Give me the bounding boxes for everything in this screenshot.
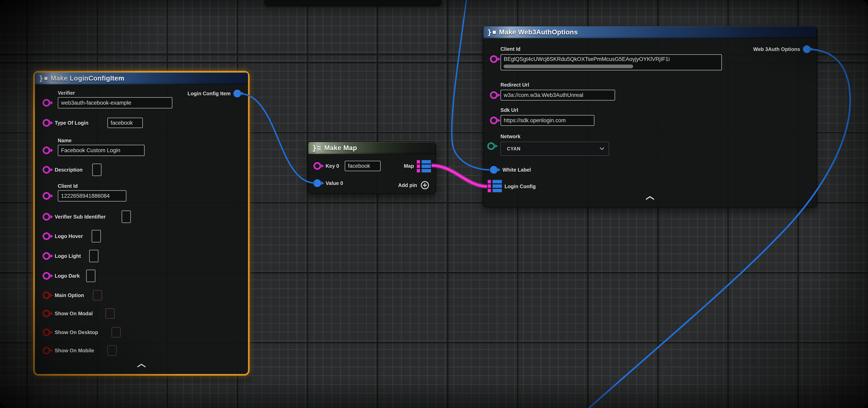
input-pin-value-0[interactable] — [313, 179, 321, 187]
verifier-input[interactable]: web3auth-facebook-example — [58, 97, 173, 108]
graph-canvas[interactable]: } Make LoginConfigItem Login Config Item… — [0, 0, 868, 408]
pin-label-client-id: Client Id — [58, 183, 78, 189]
add-pin-label: Add pin — [398, 182, 417, 188]
verifier-sub-identifier-input[interactable] — [122, 210, 131, 223]
pin-label-name: Name — [58, 138, 71, 143]
input-pin-name[interactable] — [42, 146, 50, 154]
chevron-down-icon — [600, 147, 604, 150]
node-header-make-loginconfigitem[interactable]: } Make LoginConfigItem — [35, 72, 248, 84]
blueprint-editor: } Make LoginConfigItem Login Config Item… — [0, 0, 868, 408]
input-pin-description[interactable] — [42, 166, 50, 174]
node-title: Make LoginConfigItem — [51, 74, 124, 82]
pin-label-logo-dark: Logo Dark — [55, 273, 80, 279]
verifier-value: web3auth-facebook-example — [61, 100, 131, 106]
pin-label-client-id: Client Id — [500, 46, 521, 52]
pin-label-verifier-sub-identifier: Verifier Sub Identifier — [55, 214, 105, 220]
pin-label-login-config-item: Login Config Item — [188, 91, 230, 97]
make-struct-icon: } — [39, 74, 48, 82]
name-input[interactable]: Facebook Custom Login — [58, 145, 145, 156]
key-0-input[interactable]: facebook — [345, 161, 381, 171]
client-id-input[interactable]: BEglQSgt4cUWcj6SKRdu5QkOXTsePmMcusG5EAoy… — [500, 54, 722, 70]
node-title: Make Map — [324, 144, 357, 152]
pin-label-description: Description — [55, 167, 83, 173]
sdk-url-input[interactable]: https://sdk.openlogin.com — [500, 115, 594, 126]
node-make-map[interactable]: }≡ Make Map Key 0 facebook Map Value 0 A… — [308, 142, 436, 194]
pin-label-logo-light: Logo Light — [55, 253, 81, 259]
input-pin-logo-dark[interactable] — [42, 272, 50, 280]
pin-label-show-on-modal: Show On Modal — [55, 311, 93, 316]
pin-label-show-on-desktop: Show On Desktop — [55, 330, 98, 335]
collapse-node-chevron[interactable] — [137, 364, 146, 368]
client-id-value: 1222658941886084 — [61, 193, 110, 199]
pin-label-value-0: Value 0 — [326, 180, 343, 186]
node-header-make-map[interactable]: }≡ Make Map — [308, 142, 436, 154]
input-pin-key-0[interactable] — [313, 162, 321, 170]
node-title: Make Web3AuthOptions — [499, 28, 578, 36]
input-pin-verifier[interactable] — [42, 99, 50, 107]
pin-label-redirect-url: Redirect Url — [500, 82, 529, 88]
pin-label-show-on-mobile: Show On Mobile — [55, 348, 94, 353]
pin-label-verifier: Verifier — [58, 90, 75, 96]
show-on-desktop-checkbox[interactable] — [112, 327, 121, 338]
logo-light-input[interactable] — [89, 250, 98, 262]
offscreen-node-fragment[interactable] — [265, 0, 441, 6]
type-of-login-input[interactable]: facebook — [107, 117, 143, 128]
input-pin-show-on-mobile[interactable] — [42, 347, 50, 354]
collapse-node-chevron[interactable] — [646, 196, 654, 200]
pin-label-main-option: Main Option — [55, 293, 84, 298]
client-id-input[interactable]: 1222658941886084 — [58, 190, 126, 202]
input-pin-verifier-sub-identifier[interactable] — [42, 213, 50, 220]
input-pin-type-of-login[interactable] — [42, 119, 50, 127]
input-pin-show-on-modal[interactable] — [42, 310, 50, 317]
add-pin-button[interactable] — [420, 180, 430, 190]
make-struct-icon: } — [487, 28, 496, 36]
output-pin-map[interactable] — [417, 160, 431, 173]
node-header-make-web3authoptions[interactable]: } Make Web3AuthOptions — [483, 26, 817, 38]
input-pin-sdk-url[interactable] — [490, 116, 498, 124]
input-pin-logo-light[interactable] — [42, 252, 50, 260]
pin-label-network: Network — [500, 134, 521, 139]
pin-label-white-label: White Label — [502, 167, 531, 173]
main-option-checkbox[interactable] — [93, 290, 102, 301]
redirect-url-input[interactable]: w3a://com.w3a.Web3AuthUnreal — [500, 90, 615, 101]
network-dropdown[interactable]: CYAN — [500, 142, 609, 156]
input-pin-white-label[interactable] — [490, 166, 498, 174]
input-pin-show-on-desktop[interactable] — [42, 329, 50, 336]
input-pin-login-config[interactable] — [488, 180, 502, 193]
pin-label-sdk-url: Sdk Url — [500, 107, 518, 113]
input-pin-client-id[interactable] — [490, 55, 498, 63]
pin-label-web3auth-options: Web 3Auth Options — [753, 46, 800, 52]
logo-dark-input[interactable] — [86, 270, 95, 282]
network-value: CYAN — [507, 146, 521, 151]
node-make-web3authoptions[interactable]: } Make Web3AuthOptions Client Id BEglQSg… — [483, 26, 817, 207]
node-make-loginconfigitem[interactable]: } Make LoginConfigItem Login Config Item… — [33, 71, 250, 376]
name-value: Facebook Custom Login — [61, 147, 120, 154]
pin-label-key-0: Key 0 — [326, 163, 339, 169]
input-pin-logo-hover[interactable] — [42, 232, 50, 240]
input-pin-main-option[interactable] — [42, 292, 50, 299]
description-input[interactable] — [92, 164, 101, 176]
client-id-value: BEglQSgt4cUWcj6SKRdu5QkOXTsePmMcusG5EAoy… — [504, 56, 670, 62]
output-pin-login-config-item[interactable] — [234, 90, 241, 97]
pin-label-map: Map — [404, 163, 414, 169]
input-pin-redirect-url[interactable] — [490, 91, 498, 99]
pin-label-type-of-login: Type Of Login — [55, 120, 88, 126]
input-pin-client-id[interactable] — [42, 192, 50, 200]
output-pin-web3auth-options[interactable] — [803, 45, 811, 53]
make-map-icon: }≡ — [312, 144, 321, 152]
client-id-scrollbar[interactable] — [503, 65, 633, 68]
input-pin-network[interactable] — [487, 142, 495, 150]
redirect-url-value: w3a://com.w3a.Web3AuthUnreal — [504, 92, 583, 98]
show-on-mobile-checkbox[interactable] — [107, 345, 117, 356]
pin-label-login-config: Login Config — [504, 183, 536, 190]
logo-hover-input[interactable] — [92, 230, 101, 242]
sdk-url-value: https://sdk.openlogin.com — [504, 117, 566, 124]
key-0-value: facebook — [348, 163, 370, 169]
pin-label-logo-hover: Logo Hover — [55, 233, 83, 239]
type-of-login-value: facebook — [111, 120, 133, 126]
show-on-modal-checkbox[interactable] — [105, 308, 115, 319]
